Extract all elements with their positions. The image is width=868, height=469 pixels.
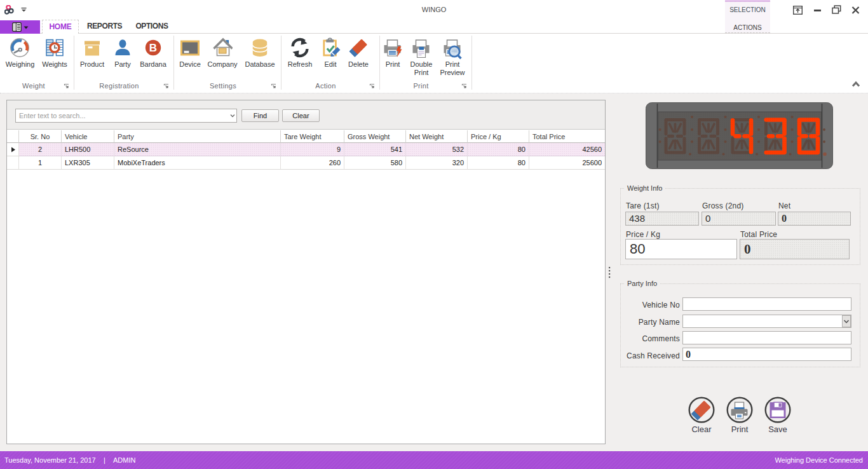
svg-text:B: B	[149, 42, 157, 54]
